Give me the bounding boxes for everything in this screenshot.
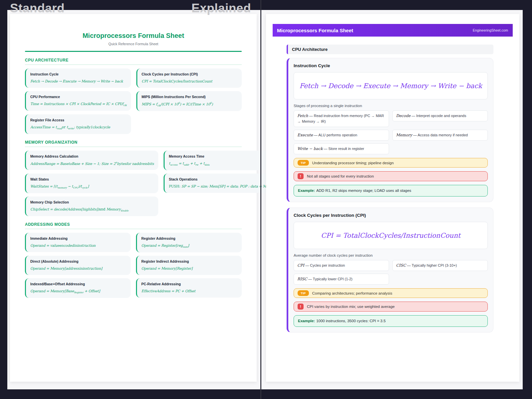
term-separator: — — [308, 277, 312, 281]
formula-text: Operand = Memory[addressininstruction] — [30, 266, 126, 270]
formula-card-title: Instruction Cycle — [30, 72, 127, 76]
formula-display: CPI = TotalClockCycles/InstructionCount — [294, 222, 488, 249]
left-pane-label: Standard — [10, 1, 65, 15]
formula-card-title: PC-Relative Addressing — [141, 282, 237, 286]
term-box: Fetch — Read instruction from memory (PC… — [294, 110, 389, 127]
example-text: 1000 instructions, 3500 cycles: CPI = 3.… — [316, 319, 386, 323]
term-grid: CPI — Cycles per instruction CISC — Typi… — [294, 260, 488, 285]
formula-display: Fetch → Decode → Execute → Memory → Writ… — [294, 72, 488, 99]
tip-text: Understanding processor timing; pipeline… — [312, 161, 394, 165]
term-separator: — — [324, 147, 328, 151]
formula-card-title: Memory Address Calculation — [30, 154, 154, 158]
term-name: Write − back — [297, 146, 323, 151]
formula-card: MIPS (Million Instructions Per Second) M… — [136, 91, 242, 111]
sheet-subtitle: Quick Reference Formula Sheet — [25, 42, 242, 46]
formula-text: WaitStates = ⌈(tmemory − tCPU)/tcycle⌉ — [30, 184, 154, 189]
term-name: Execute — [297, 133, 313, 137]
section-heading-memory-organization: MEMORY ORGANIZATION — [25, 140, 242, 147]
formula-text: ChipSelect = decode(Address[highbits])an… — [30, 207, 154, 212]
term-definition: Access data memory if needed — [418, 133, 468, 137]
formula-card: Instruction Cycle Fetch → Decode → Execu… — [25, 68, 131, 88]
term-box: Execute — ALU performs operation — [294, 130, 389, 141]
term-name: CPI — [297, 263, 304, 268]
cards-grid-addressing-modes: Immediate Addressing Operand = valueenco… — [25, 233, 242, 298]
explained-header-bar: Microprocessors Formula Sheet Engineerin… — [273, 24, 513, 37]
right-pane-label: Explained — [192, 1, 251, 15]
term-separator: — — [407, 263, 411, 267]
formula-card-title: Clock Cycles per Instruction (CPI) — [142, 72, 237, 76]
warning-icon: ! — [298, 173, 304, 179]
formula-card: Register File Access AccessTime = treado… — [25, 114, 131, 134]
section-heading-cpu-architecture: CPU ARCHITECTURE — [25, 58, 242, 65]
formula-card-title: Wait States — [30, 177, 154, 181]
formula-card-title: Register Addressing — [141, 236, 237, 240]
explained-card-instruction-cycle: Instruction Cycle Fetch → Decode → Execu… — [287, 58, 493, 202]
term-name: Memory — [396, 133, 412, 137]
explained-header-title: Microprocessors Formula Sheet — [277, 28, 353, 33]
formula-card: Indexed/Base+Offset Addressing Operand =… — [25, 278, 131, 298]
formula-card-title: Register File Access — [30, 118, 127, 122]
formula-card: Wait States WaitStates = ⌈(tmemory − tCP… — [25, 174, 158, 193]
example-callout: Example:1000 instructions, 3500 cycles: … — [294, 315, 488, 327]
formula-text: EffectiveAddress = PC + Offset — [141, 289, 237, 293]
example-text: ADD R1, R2 skips memory stage; LOAD uses… — [316, 189, 411, 193]
term-definition: ALU performs operation — [318, 133, 357, 137]
tip-callout: TIP Understanding processor timing; pipe… — [294, 158, 488, 168]
warning-callout: ! CPI varies by instruction mix; use wei… — [294, 302, 488, 312]
site-label: EngineeringSheet.com — [473, 28, 508, 32]
formula-card-title: MIPS (Million Instructions Per Second) — [142, 95, 237, 99]
term-separator: — — [305, 263, 309, 267]
term-box: Write − back — Store result in register — [294, 143, 389, 154]
term-separator: — — [309, 114, 313, 118]
title-rule — [25, 51, 242, 52]
term-box: RISC — Typically lower CPI (1-2) — [294, 274, 389, 285]
formula-card: Register Indirect Addressing Operand = M… — [136, 256, 242, 275]
formula-card: Register Addressing Operand = Register[r… — [136, 233, 242, 252]
formula-text: Operand = Memory[BaseRegister + Offset] — [30, 289, 126, 294]
formula-text: AccessTime = treador twrite; typically1c… — [30, 125, 127, 130]
formula-card: Direct (Absolute) Addressing Operand = M… — [25, 256, 131, 275]
explained-card-title: Clock Cycles per Instruction (CPI) — [294, 213, 488, 218]
term-definition: Typically lower CPI (1-2) — [313, 277, 352, 281]
term-box: Decode — Interpret opcode and operands — [392, 110, 488, 121]
standard-sheet-page: Microprocessors Formula Sheet Quick Refe… — [10, 14, 257, 382]
formula-description: Stages of processing a single instructio… — [294, 104, 488, 108]
term-separator: — — [314, 133, 318, 137]
formula-card-title: Direct (Absolute) Addressing — [30, 259, 126, 263]
term-definition: Interpret opcode and operands — [416, 114, 466, 118]
example-label: Example: — [298, 319, 315, 323]
term-box: CPI — Cycles per instruction — [294, 260, 389, 271]
term-definition: Cycles per instruction — [310, 263, 345, 267]
warning-callout: ! Not all stages used for every instruct… — [294, 171, 488, 181]
term-name: RISC — [297, 277, 307, 281]
term-definition: Store result in register — [329, 147, 364, 151]
formula-text: Operand = Memory[Register] — [141, 266, 237, 270]
sheet-title: Microprocessors Formula Sheet — [25, 31, 242, 40]
tip-badge: TIP — [298, 160, 309, 166]
warning-icon: ! — [298, 304, 304, 310]
section-heading-addressing-modes: ADDRESSING MODES — [25, 222, 242, 229]
formula-text: Operand = valueencodedininstruction — [30, 243, 126, 247]
formula-card: Memory Address Calculation AddressRange … — [25, 151, 158, 170]
term-name: Decode — [396, 113, 411, 118]
term-separator: — — [413, 133, 417, 137]
formula-card-title: Memory Chip Selection — [30, 200, 154, 204]
term-name: CISC — [396, 263, 406, 268]
formula-card-title: Immediate Addressing — [30, 236, 126, 240]
explained-card-title: Instruction Cycle — [294, 63, 488, 68]
tip-text: Comparing architectures; performance ana… — [312, 291, 392, 295]
formula-card: Memory Chip Selection ChipSelect = decod… — [25, 197, 158, 216]
split-divider — [260, 0, 261, 399]
term-box: CISC — Typically higher CPI (3-10+) — [392, 260, 488, 271]
example-label: Example: — [298, 189, 315, 193]
formula-text: AddressRange = BasetoBase + Size − 1; Si… — [30, 161, 154, 166]
formula-description: Average number of clock cycles per instr… — [294, 253, 488, 257]
explained-card-cpi: Clock Cycles per Instruction (CPI) CPI =… — [287, 207, 493, 332]
explained-sheet-page: Microprocessors Formula Sheet Engineerin… — [266, 14, 519, 382]
cards-grid-memory-organization: Memory Address Calculation AddressRange … — [25, 151, 242, 216]
formula-card: CPU Performance Time = Instructions × CP… — [25, 91, 131, 111]
term-box: Memory — Access data memory if needed — [392, 130, 488, 141]
term-name: Fetch — [297, 113, 308, 118]
formula-card: PC-Relative Addressing EffectiveAddress … — [136, 278, 242, 298]
formula-text: Time = Instructions × CPI × ClockPeriod … — [30, 102, 127, 107]
